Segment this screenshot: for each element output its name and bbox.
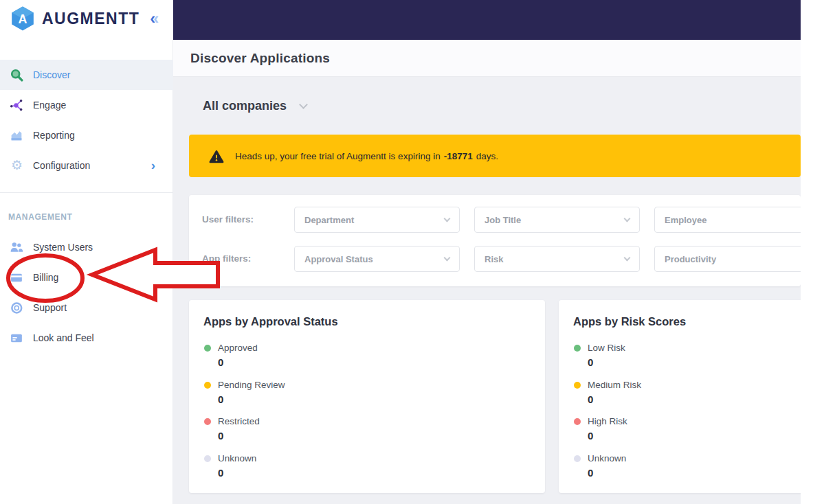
user-filters-row: User filters: Department Job Title Emplo…	[189, 207, 801, 233]
status-dot	[204, 345, 211, 352]
brand-name: AUGMENTT	[42, 10, 140, 28]
company-selector-label: All companies	[203, 99, 287, 113]
filters-panel: User filters: Department Job Title Emplo…	[189, 195, 801, 286]
billing-card-icon	[9, 271, 25, 285]
app-filters-label: App filters:	[202, 253, 251, 264]
status-dot	[574, 455, 581, 462]
approval-status-card: Apps by Approval Status Approved 0 Pendi…	[189, 300, 545, 493]
legend-item: High Risk 0	[574, 416, 627, 442]
augmentt-logo-icon: A	[10, 5, 36, 32]
main-content: Discover Applications All companies Head…	[173, 0, 801, 504]
page-title: Discover Applications	[190, 51, 330, 66]
status-dot	[574, 382, 581, 389]
sidebar-item-label: Billing	[33, 272, 58, 283]
legend-value: 0	[218, 430, 260, 442]
sidebar-item-system-users[interactable]: System Users	[0, 232, 173, 262]
magnifier-icon	[9, 68, 25, 82]
trial-days-value: -18771	[444, 151, 473, 161]
legend-value: 0	[588, 393, 641, 405]
chevron-down-icon	[624, 255, 631, 262]
legend-item: Unknown 0	[574, 453, 626, 479]
sidebar-item-reporting[interactable]: Reporting	[0, 120, 173, 150]
sidebar-divider	[0, 192, 173, 193]
sidebar-item-look-and-feel[interactable]: Look and Feel	[0, 323, 173, 353]
chevron-down-icon	[624, 216, 631, 222]
user-filters-label: User filters:	[202, 214, 254, 225]
sidebar-item-configuration[interactable]: ⚙ Configuration ›	[0, 150, 173, 181]
sidebar-item-label: Support	[33, 302, 67, 313]
legend-value: 0	[218, 356, 258, 368]
sidebar-item-engage[interactable]: Engage	[0, 90, 173, 120]
life-ring-icon	[9, 301, 25, 315]
sidebar-collapse-icon[interactable]: ‹ ‹	[150, 10, 159, 27]
legend-item: Low Risk 0	[574, 343, 625, 368]
legend-value: 0	[588, 467, 626, 479]
status-dot	[204, 455, 211, 462]
status-dot	[574, 345, 581, 352]
employee-dropdown[interactable]: Employee	[654, 207, 801, 233]
company-selector[interactable]: All companies	[203, 99, 307, 113]
chart-icon	[9, 128, 25, 143]
productivity-dropdown[interactable]: Productivity	[654, 246, 801, 272]
network-icon	[9, 98, 25, 113]
sidebar-item-label: System Users	[33, 242, 93, 253]
department-dropdown[interactable]: Department	[294, 207, 460, 233]
sidebar: A AUGMENTT ‹ ‹ Discover	[0, 0, 173, 504]
risk-dropdown[interactable]: Risk	[474, 246, 640, 272]
brand-logo: A AUGMENTT ‹ ‹	[10, 5, 159, 32]
job-title-dropdown[interactable]: Job Title	[474, 207, 640, 233]
legend-item: Approved 0	[204, 343, 258, 368]
legend-value: 0	[218, 467, 256, 479]
legend-item: Medium Risk 0	[574, 380, 641, 405]
legend-item: Unknown 0	[204, 453, 256, 479]
page-header: Discover Applications	[173, 40, 801, 77]
status-dot	[204, 382, 211, 389]
sidebar-item-label: Configuration	[33, 160, 90, 171]
panel-icon	[9, 331, 25, 345]
svg-text:A: A	[19, 12, 27, 26]
chevron-down-icon	[444, 216, 451, 222]
status-dot	[574, 418, 581, 425]
warning-icon	[209, 149, 224, 163]
gear-icon: ⚙	[9, 159, 25, 173]
chevron-down-icon	[299, 100, 308, 109]
trial-warning-banner: Heads up, your free trial of Augmentt is…	[189, 135, 801, 177]
legend-value: 0	[588, 430, 627, 442]
legend-item: Pending Review 0	[204, 380, 285, 405]
legend-item: Restricted 0	[204, 416, 260, 442]
page: A AUGMENTT ‹ ‹ Discover	[0, 0, 824, 504]
chevron-right-icon: ›	[151, 159, 155, 172]
management-section-label: MANAGEMENT	[8, 212, 72, 222]
legend-value: 0	[588, 356, 625, 368]
chevron-down-icon	[444, 255, 451, 262]
sidebar-item-label: Discover	[33, 69, 70, 80]
top-navbar	[173, 0, 801, 40]
sidebar-item-support[interactable]: Support	[0, 293, 173, 323]
status-dot	[204, 418, 211, 425]
legend-value: 0	[218, 393, 285, 405]
sidebar-item-label: Look and Feel	[33, 332, 94, 343]
users-icon	[9, 240, 25, 255]
card-title: Apps by Approval Status	[203, 315, 338, 328]
sidebar-item-billing[interactable]: Billing	[0, 262, 173, 293]
sidebar-item-label: Engage	[33, 100, 66, 111]
banner-text: Heads up, your free trial of Augmentt is…	[235, 151, 498, 161]
risk-scores-card: Apps by Risk Scores Low Risk 0 Medium Ri…	[559, 300, 801, 493]
card-title: Apps by Risk Scores	[573, 315, 686, 328]
approval-status-dropdown[interactable]: Approval Status	[294, 246, 460, 272]
sidebar-item-discover[interactable]: Discover	[0, 60, 173, 90]
app-filters-row: App filters: Approval Status Risk Produc…	[189, 246, 801, 272]
sidebar-item-label: Reporting	[33, 130, 75, 141]
